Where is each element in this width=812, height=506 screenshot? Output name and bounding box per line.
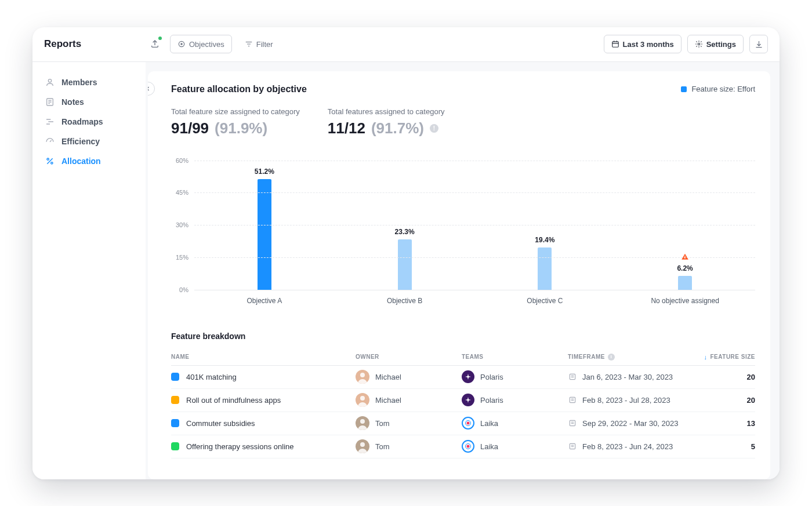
stat-feature-size: Total feature size assigned to category …	[171, 107, 300, 137]
bar	[678, 276, 692, 289]
feature-name: 401K matching	[186, 373, 237, 381]
svg-point-33	[467, 422, 470, 425]
body: Members Notes Roadmaps Efficiency Alloca…	[32, 62, 780, 479]
th-timeframe[interactable]: TIMEFRAME i	[568, 354, 687, 361]
sidebar-item-label: Notes	[61, 97, 84, 107]
team-name: Polaris	[480, 373, 503, 381]
team-name: Laika	[480, 442, 498, 451]
table-row[interactable]: 401K matchingMichaelPolarisJan 6, 2023 -…	[171, 366, 755, 389]
table-header: NAME OWNER TEAMS TIMEFRAME i ↓ FEATURE S…	[171, 349, 755, 366]
th-feature-size[interactable]: ↓ FEATURE SIZE	[691, 354, 755, 361]
table-row[interactable]: Offering therapy sessions onlineTomLaika…	[171, 435, 755, 458]
gear-icon	[695, 40, 703, 48]
filter-button[interactable]: Filter	[238, 35, 280, 53]
feature-name: Offering therapy sessions online	[186, 442, 293, 451]
th-teams[interactable]: TEAMS	[462, 354, 563, 360]
daterange-button[interactable]: Last 3 months	[604, 35, 682, 53]
timeframe-text: Sep 29, 2022 - Mar 30, 2023	[582, 419, 679, 428]
stat-label: Total feature size assigned to category	[171, 107, 300, 116]
th-feature-size-label: FEATURE SIZE	[710, 354, 755, 360]
svg-point-32	[360, 419, 365, 424]
bar-value-label: 6.2%	[677, 253, 693, 272]
sidebar-item-roadmaps[interactable]: Roadmaps	[44, 112, 140, 132]
sidebar-item-label: Members	[61, 78, 97, 87]
team-cell: Polaris	[462, 394, 563, 406]
team-badge-icon	[462, 394, 474, 406]
filter-label: Filter	[256, 40, 273, 49]
svg-point-24	[360, 373, 365, 377]
feature-color-swatch	[171, 419, 179, 427]
settings-button[interactable]: Settings	[687, 35, 744, 53]
feature-name: Roll out of mindfulness apps	[186, 396, 281, 405]
y-tick: 30%	[176, 221, 188, 228]
gantt-icon	[45, 117, 55, 126]
name-cell: 401K matching	[171, 373, 351, 381]
bar	[398, 239, 412, 290]
feature-size: 20	[691, 396, 755, 405]
svg-point-39	[467, 445, 470, 448]
th-name[interactable]: NAME	[171, 354, 351, 360]
percent-icon	[45, 156, 55, 166]
team-badge-icon	[462, 417, 474, 429]
calendar-icon	[611, 40, 619, 48]
timeframe-cell: Feb 8, 2023 - Jun 24, 2023	[568, 442, 687, 451]
feature-color-swatch	[171, 396, 179, 404]
bar-value-label: 23.3%	[395, 228, 415, 236]
team-name: Polaris	[480, 396, 503, 405]
feature-size: 5	[691, 442, 755, 451]
stat-label: Total features assigned to category	[328, 107, 449, 116]
feature-name: Commuter subsidies	[186, 419, 255, 428]
legend-swatch-icon	[681, 86, 687, 92]
stat-value: 91/99	[171, 119, 209, 137]
table-row[interactable]: Commuter subsidiesTomLaikaSep 29, 2022 -…	[171, 412, 755, 435]
owner-cell: Tom	[356, 439, 457, 453]
share-icon	[150, 39, 160, 49]
download-button[interactable]	[749, 35, 768, 53]
th-owner[interactable]: OWNER	[356, 354, 457, 360]
feature-color-swatch	[171, 442, 179, 450]
y-tick: 45%	[176, 189, 188, 196]
gridline	[194, 290, 755, 290]
svg-line-18	[50, 140, 52, 142]
objectives-label: Objectives	[189, 40, 224, 49]
objectives-button[interactable]: Objectives	[170, 35, 232, 53]
team-cell: Laika	[462, 417, 563, 429]
main: Feature allocation by objective Feature …	[146, 62, 780, 479]
info-icon[interactable]: !	[430, 124, 438, 133]
bar	[258, 179, 271, 289]
stats-row: Total feature size assigned to category …	[171, 107, 755, 137]
feature-size: 13	[691, 419, 755, 428]
bar	[538, 247, 552, 289]
collapse-sidebar-button[interactable]	[148, 82, 155, 96]
svg-point-38	[360, 442, 365, 447]
table-row[interactable]: Roll out of mindfulness appsMichaelPolar…	[171, 389, 755, 412]
share-icon-button[interactable]	[146, 35, 164, 53]
sort-descending-icon: ↓	[704, 354, 708, 361]
breakdown-table: NAME OWNER TEAMS TIMEFRAME i ↓ FEATURE S…	[171, 349, 755, 458]
timeframe-text: Feb 8, 2023 - Jun 24, 2023	[582, 442, 673, 451]
topbar: Reports Objectives Filter Last 3 months	[32, 27, 780, 62]
panel-header: Feature allocation by objective Feature …	[171, 84, 755, 94]
y-tick: 15%	[176, 254, 188, 261]
chevron-left-icon	[148, 85, 151, 92]
feature-size: 20	[691, 373, 755, 381]
panel-title: Feature allocation by objective	[171, 84, 307, 94]
sidebar-item-members[interactable]: Members	[44, 72, 140, 92]
x-label: Objective C	[475, 297, 615, 305]
owner-name: Michael	[375, 373, 401, 381]
sidebar: Members Notes Roadmaps Efficiency Alloca…	[32, 62, 146, 479]
owner-name: Tom	[375, 419, 390, 428]
name-cell: Roll out of mindfulness apps	[171, 396, 351, 405]
y-tick: 0%	[179, 286, 188, 293]
sidebar-item-allocation[interactable]: Allocation	[44, 151, 140, 171]
sidebar-item-notes[interactable]: Notes	[44, 92, 140, 112]
timeframe-cell: Feb 8, 2023 - Jul 28, 2023	[568, 396, 687, 405]
svg-rect-5	[612, 42, 618, 47]
user-icon	[45, 78, 55, 87]
stat-value: 11/12	[328, 119, 365, 137]
sidebar-item-efficiency[interactable]: Efficiency	[44, 132, 140, 151]
gridline	[194, 225, 755, 225]
sidebar-item-label: Roadmaps	[61, 117, 103, 126]
x-label: Objective B	[335, 297, 475, 305]
y-axis: 60%45%30%15%0%	[171, 161, 194, 308]
